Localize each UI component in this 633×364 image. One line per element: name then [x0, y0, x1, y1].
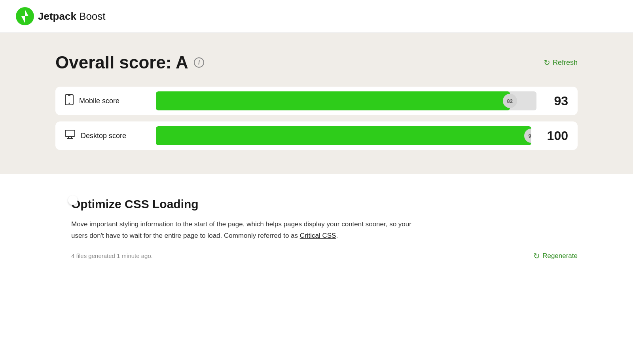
regenerate-icon: ↻	[533, 251, 540, 261]
svg-rect-6	[65, 130, 75, 136]
logo-container: Jetpack Boost	[16, 7, 106, 25]
mobile-current-score: 93	[540, 94, 568, 108]
features-section: Optimize CSS Loading Move important styl…	[0, 174, 633, 284]
mobile-score-row: Mobile score 82 93	[55, 87, 578, 115]
mobile-bar-container: 82	[156, 91, 536, 110]
css-feature-title: Optimize CSS Loading	[71, 197, 578, 211]
regenerate-button[interactable]: ↻ Regenerate	[533, 251, 578, 261]
score-title: Overall score: A i	[55, 53, 204, 72]
score-header: Overall score: A i ↻ Refresh	[55, 53, 578, 72]
optimize-css-feature: Optimize CSS Loading Move important styl…	[55, 197, 578, 261]
critical-css-link[interactable]: Critical CSS	[300, 232, 336, 239]
refresh-icon: ↻	[544, 58, 550, 67]
desktop-score-label-text: Desktop score	[81, 132, 126, 140]
css-feature-footer: 4 files generated 1 minute ago. ↻ Regene…	[71, 251, 578, 261]
desktop-bar-fill: 95	[156, 126, 531, 145]
desktop-score-label: Desktop score	[65, 130, 152, 142]
refresh-button[interactable]: ↻ Refresh	[544, 58, 578, 67]
app-title: Jetpack Boost	[38, 10, 106, 23]
svg-rect-5	[68, 95, 70, 96]
desktop-score-row: Desktop score 95 100	[55, 121, 578, 150]
jetpack-logo-icon	[16, 7, 34, 25]
score-section: Overall score: A i ↻ Refresh Mobile scor	[0, 33, 633, 174]
mobile-score-label: Mobile score	[65, 94, 152, 108]
svg-point-4	[69, 103, 70, 104]
css-feature-content: Optimize CSS Loading Move important styl…	[71, 197, 578, 261]
desktop-bar-container: 95	[156, 126, 531, 145]
mobile-score-label-text: Mobile score	[79, 97, 119, 105]
app-header: Jetpack Boost	[0, 0, 633, 33]
css-status-text: 4 files generated 1 minute ago.	[71, 252, 153, 259]
desktop-previous-score: 95	[524, 129, 531, 143]
desktop-icon	[65, 130, 75, 142]
desktop-current-score: 100	[535, 129, 568, 143]
overall-score-title: Overall score: A	[55, 53, 188, 72]
mobile-bar-fill: 82	[156, 91, 510, 110]
score-bars: Mobile score 82 93 Des	[55, 87, 578, 150]
info-icon[interactable]: i	[194, 57, 204, 68]
mobile-icon	[65, 94, 74, 108]
mobile-previous-score: 82	[503, 94, 517, 108]
css-feature-description: Move important styling information to th…	[71, 219, 427, 242]
